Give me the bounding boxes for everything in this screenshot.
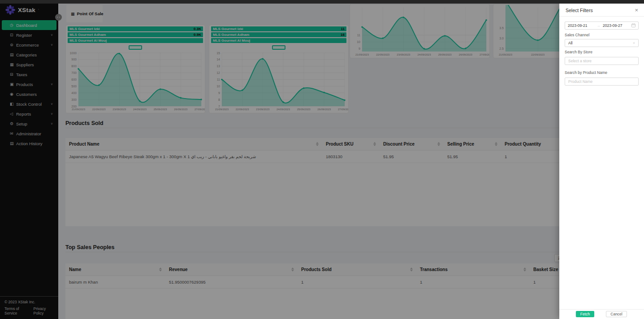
sales-channel-select[interactable]: All ∨ bbox=[565, 39, 639, 47]
store-search-label: Search By Store bbox=[565, 50, 639, 54]
date-range-picker[interactable]: → bbox=[565, 22, 639, 30]
close-icon[interactable]: × bbox=[635, 7, 638, 13]
range-arrow-icon: → bbox=[596, 24, 600, 28]
cancel-button[interactable]: Cancel bbox=[606, 311, 627, 317]
drawer-footer: Fetch Cancel bbox=[559, 309, 644, 319]
modal-overlay[interactable] bbox=[0, 0, 644, 319]
fetch-button[interactable]: Fetch bbox=[576, 311, 594, 317]
drawer-title: Select Filters bbox=[566, 8, 593, 13]
top-strip bbox=[0, 0, 644, 4]
sales-channel-label: Sales Channel bbox=[565, 33, 639, 37]
product-search-input[interactable] bbox=[565, 78, 639, 86]
store-search-input[interactable] bbox=[565, 57, 639, 65]
date-from-input[interactable] bbox=[568, 23, 596, 28]
date-to-input[interactable] bbox=[603, 23, 631, 28]
app-root: XStak ’ ◷Dashboard⊡Register∨⊚Ecommerce∨▤… bbox=[0, 0, 644, 319]
chevron-down-icon: ∨ bbox=[633, 41, 635, 45]
sales-channel-value: All bbox=[568, 41, 572, 45]
product-search-label: Search by Product Name bbox=[565, 70, 639, 75]
calendar-icon[interactable] bbox=[631, 23, 635, 28]
filter-drawer: Select Filters × → Sales Channel All ∨ S… bbox=[559, 4, 644, 319]
